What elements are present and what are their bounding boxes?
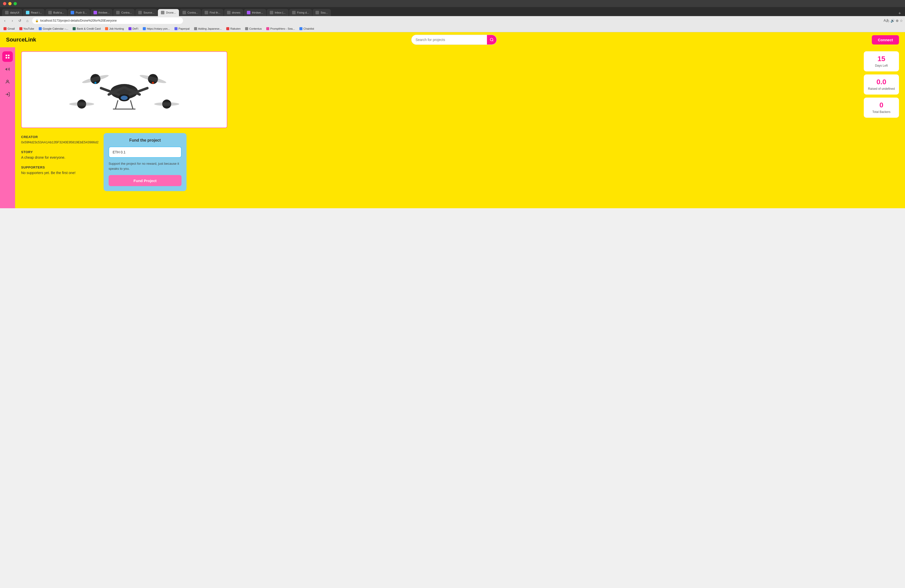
bookmark-contentus[interactable]: Contentus	[244, 27, 263, 31]
youtube-favicon	[19, 27, 22, 30]
address-bar-row: ‹ › ↺ ⌂ 🔒 localhost:5173/project-details…	[0, 16, 905, 25]
svg-rect-3	[8, 55, 10, 56]
fund-description: Support the project for no reward, just …	[109, 161, 181, 171]
svg-point-6	[7, 80, 8, 82]
supporters-text: No supporters yet. Be the first one!	[21, 171, 98, 175]
tab-contra2[interactable]: Contra...	[179, 9, 201, 16]
bookmark-youtube[interactable]: YouTube	[18, 27, 36, 31]
tab-favicon	[94, 11, 97, 14]
tab-favicon	[292, 11, 295, 14]
bookmark-gmail[interactable]: Gmail	[2, 27, 16, 31]
svg-line-26	[115, 100, 118, 109]
contentus-favicon	[245, 27, 248, 30]
star-icon[interactable]: ☆	[900, 19, 903, 23]
back-button[interactable]: ‹	[2, 18, 8, 23]
search-button[interactable]	[487, 35, 497, 44]
rakuten-favicon	[226, 27, 229, 30]
extensions-icon[interactable]: ⊕	[896, 19, 899, 23]
tab-drone[interactable]: Drone...	[158, 9, 179, 16]
minimize-traffic-light[interactable]	[8, 2, 11, 5]
supporters-label: SUPPORTERS	[21, 165, 98, 169]
tab-thirdweb[interactable]: thirdwe...	[90, 9, 113, 16]
tab-favicon	[161, 11, 164, 14]
content-area: CREATOR 0x59f4d23c53AA1Ab135F3240E95819E…	[15, 47, 905, 208]
raised-amount-value: 0.0	[876, 78, 886, 86]
tab-source[interactable]: Source...	[135, 9, 157, 16]
gcal-favicon	[39, 27, 42, 30]
forward-button[interactable]: ›	[10, 18, 15, 23]
tab-daisyui[interactable]: daisyUI	[2, 9, 22, 16]
fund-section: Fund the project Support the project for…	[103, 133, 187, 191]
tab-favicon	[270, 11, 273, 14]
bookmark-jobs[interactable]: Job Hunting	[103, 27, 125, 31]
tab-bar: daisyUI React i... Build a... Push S... …	[0, 7, 905, 16]
bookmark-prompthero[interactable]: PromptHero - Sea...	[265, 27, 296, 31]
story-text: A cheap drone for everyone.	[21, 156, 98, 159]
fund-project-button[interactable]: Fund Project	[109, 175, 181, 186]
translate-icon[interactable]: Aあ	[884, 18, 889, 23]
drone-image	[22, 51, 227, 128]
tab-contra[interactable]: Contra...	[113, 9, 135, 16]
sidebar-item-megaphone[interactable]	[2, 64, 13, 75]
tab-sou[interactable]: Sou...	[313, 9, 331, 16]
defi-favicon	[129, 27, 132, 30]
tab-push[interactable]: Push S...	[68, 9, 90, 16]
tab-favicon	[316, 11, 319, 14]
close-traffic-light[interactable]	[3, 2, 6, 5]
svg-point-11	[121, 95, 128, 100]
story-label: STORY	[21, 150, 98, 154]
nav-center	[411, 35, 497, 45]
bank-favicon	[73, 27, 76, 30]
address-bar[interactable]: 🔒 localhost:5173/project-details/Drone%2…	[32, 17, 183, 24]
bookmark-rotary[interactable]: https://rotary-yon...	[141, 27, 171, 31]
days-left-value: 15	[877, 55, 885, 62]
tab-findth[interactable]: Find th...	[202, 9, 224, 16]
maximize-traffic-light[interactable]	[14, 2, 17, 5]
tab-build[interactable]: Build a...	[45, 9, 67, 16]
bookmark-bank[interactable]: Bank & Credit Card	[71, 27, 102, 31]
main-layout: CREATOR 0x59f4d23c53AA1Ab135F3240E95819E…	[0, 47, 905, 208]
tab-favicon	[5, 11, 8, 14]
tab-react[interactable]: React i...	[23, 9, 45, 16]
sidebar-item-grid[interactable]	[2, 51, 13, 62]
fund-amount-input[interactable]	[109, 147, 181, 158]
tab-favicon	[26, 11, 29, 14]
days-left-label: Days Left	[875, 64, 888, 67]
svg-point-0	[490, 38, 493, 41]
sidebar	[0, 47, 15, 208]
search-wrapper	[411, 35, 497, 45]
bookmark-japanese[interactable]: Adding Japanese...	[192, 27, 223, 31]
svg-line-1	[492, 40, 493, 41]
project-image-container	[21, 51, 227, 128]
tab-thirdweb2[interactable]: thirdwe...	[244, 9, 266, 16]
sidebar-item-user[interactable]	[2, 76, 13, 87]
project-details: CREATOR 0x59f4d23c53AA1Ab135F3240E95819E…	[21, 133, 98, 183]
tab-inbox[interactable]: Inbox (...	[267, 9, 289, 16]
tab-fixing[interactable]: Fixing d...	[289, 9, 312, 16]
right-panel: 15 Days Left 0.0 Raised of undefined 0 T…	[864, 51, 899, 204]
read-aloud-icon[interactable]: 🔊	[891, 19, 895, 23]
home-button[interactable]: ⌂	[25, 18, 30, 23]
bookmark-chainlist[interactable]: Chainlist	[298, 27, 316, 31]
bookmark-paperpal[interactable]: Paperpal	[173, 27, 191, 31]
connect-button[interactable]: Connect	[872, 35, 899, 44]
fund-title: Fund the project	[109, 138, 181, 143]
creator-section: CREATOR 0x59f4d23c53AA1Ab135F3240E95819E…	[21, 135, 98, 144]
reload-button[interactable]: ↺	[17, 18, 23, 23]
bookmark-gcalendar[interactable]: Google Calendar –...	[37, 27, 70, 31]
raised-label: Raised of undefined	[868, 87, 895, 91]
bottom-row: CREATOR 0x59f4d23c53AA1Ab135F3240E95819E…	[21, 133, 859, 191]
prompthero-favicon	[266, 27, 269, 30]
tab-favicon	[116, 11, 120, 14]
bookmark-rakuten[interactable]: Rakuten	[225, 27, 242, 31]
tab-favicon	[247, 11, 250, 14]
tab-drones[interactable]: drones	[224, 9, 244, 16]
tab-favicon	[138, 11, 142, 14]
sidebar-item-signin[interactable]	[2, 89, 13, 100]
supporters-section: SUPPORTERS No supporters yet. Be the fir…	[21, 165, 98, 175]
bookmark-defi[interactable]: DeFi	[127, 27, 140, 31]
new-tab-button[interactable]: +	[896, 11, 903, 16]
search-input[interactable]	[411, 36, 487, 44]
app-logo: SourceLink	[6, 37, 36, 43]
raised-card: 0.0 Raised of undefined	[864, 75, 899, 95]
